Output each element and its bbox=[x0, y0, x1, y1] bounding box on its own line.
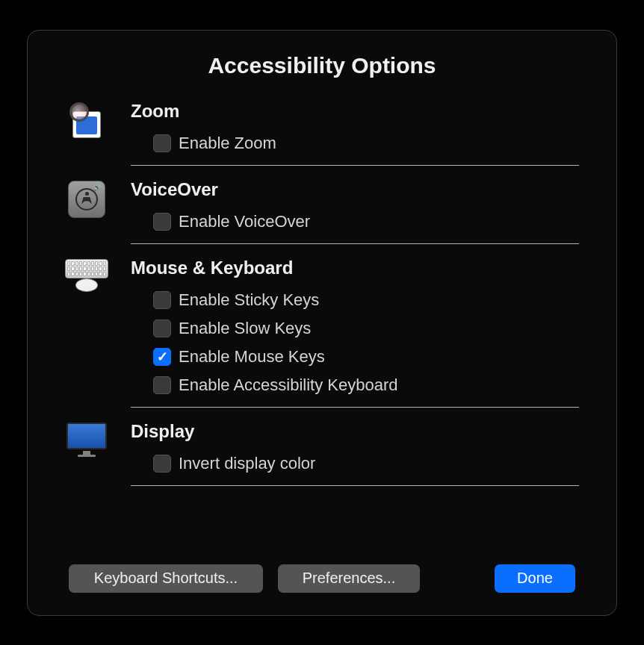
option-enable-sticky-keys[interactable]: Enable Sticky Keys bbox=[131, 286, 579, 314]
divider bbox=[131, 243, 579, 244]
checkbox-enable-zoom[interactable] bbox=[153, 134, 171, 152]
option-enable-mouse-keys[interactable]: ✓ Enable Mouse Keys bbox=[131, 343, 579, 371]
preferences-button[interactable]: Preferences... bbox=[278, 564, 420, 593]
keyboard-shortcuts-button[interactable]: Keyboard Shortcuts... bbox=[69, 564, 263, 593]
zoom-icon bbox=[65, 101, 108, 138]
option-enable-voiceover[interactable]: Enable VoiceOver bbox=[131, 208, 579, 236]
label-enable-sticky-keys: Enable Sticky Keys bbox=[179, 290, 319, 310]
label-enable-slow-keys: Enable Slow Keys bbox=[179, 319, 311, 338]
section-voiceover: 🔊 VoiceOver Enable VoiceOver bbox=[65, 179, 579, 236]
voiceover-icon: 🔊 bbox=[65, 179, 108, 218]
checkbox-enable-sticky-keys[interactable] bbox=[153, 291, 171, 309]
mouse-keyboard-icon bbox=[65, 258, 108, 289]
option-enable-slow-keys[interactable]: Enable Slow Keys bbox=[131, 314, 579, 343]
checkbox-enable-mouse-keys[interactable]: ✓ bbox=[153, 348, 171, 366]
checkbox-enable-voiceover[interactable] bbox=[153, 213, 171, 231]
option-enable-zoom[interactable]: Enable Zoom bbox=[131, 129, 579, 158]
checkmark-icon: ✓ bbox=[157, 350, 168, 364]
done-button[interactable]: Done bbox=[495, 564, 575, 593]
footer: Keyboard Shortcuts... Preferences... Don… bbox=[65, 564, 579, 593]
divider bbox=[131, 485, 579, 486]
divider bbox=[131, 165, 579, 166]
panel-title: Accessibility Options bbox=[65, 53, 579, 78]
label-enable-mouse-keys: Enable Mouse Keys bbox=[179, 347, 325, 367]
divider bbox=[131, 407, 579, 408]
option-invert-display-color[interactable]: Invert display color bbox=[131, 449, 579, 478]
sections-container: Zoom Enable Zoom 🔊 VoiceOver E bbox=[65, 101, 579, 564]
label-enable-zoom: Enable Zoom bbox=[179, 134, 276, 153]
checkbox-invert-display-color[interactable] bbox=[153, 455, 171, 473]
label-invert-display-color: Invert display color bbox=[179, 454, 315, 473]
checkbox-enable-slow-keys[interactable] bbox=[153, 320, 171, 337]
accessibility-options-panel: Accessibility Options Zoom Enable Zoom bbox=[27, 30, 617, 616]
checkbox-enable-accessibility-keyboard[interactable] bbox=[153, 376, 171, 394]
display-heading: Display bbox=[131, 421, 579, 442]
option-enable-accessibility-keyboard[interactable]: Enable Accessibility Keyboard bbox=[131, 371, 579, 399]
section-mouse-keyboard: Mouse & Keyboard Enable Sticky Keys Enab… bbox=[65, 258, 579, 399]
display-icon bbox=[65, 421, 108, 457]
section-display: Display Invert display color bbox=[65, 421, 579, 478]
zoom-heading: Zoom bbox=[131, 101, 579, 122]
mouse-keyboard-heading: Mouse & Keyboard bbox=[131, 258, 579, 278]
section-zoom: Zoom Enable Zoom bbox=[65, 101, 579, 158]
voiceover-heading: VoiceOver bbox=[131, 179, 579, 200]
label-enable-accessibility-keyboard: Enable Accessibility Keyboard bbox=[179, 376, 398, 395]
label-enable-voiceover: Enable VoiceOver bbox=[179, 212, 310, 231]
